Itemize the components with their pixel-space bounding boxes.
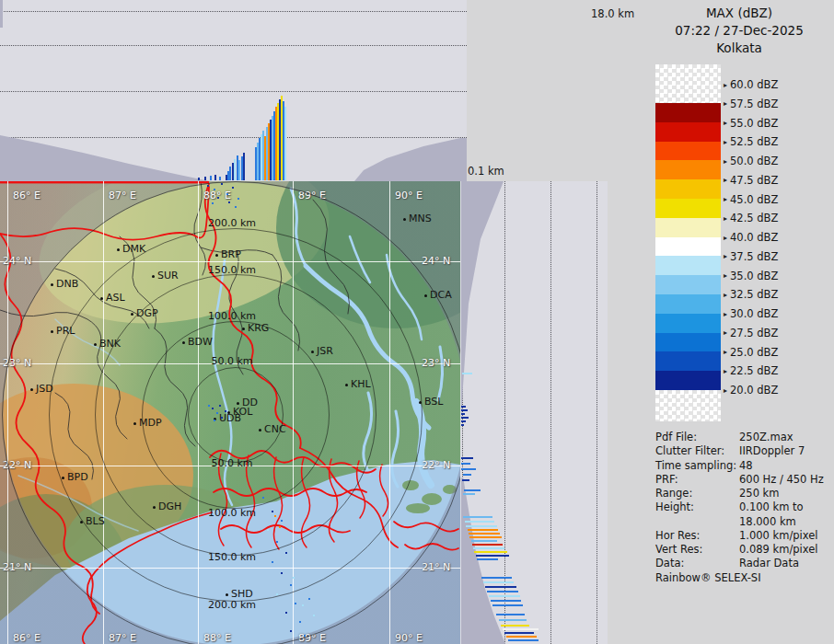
height-min-label: 0.1 km [468,165,504,178]
echo-bar-horizontal [471,540,497,542]
echo-bar-horizontal [463,493,475,495]
echo-speck [214,189,215,190]
city-label: BDW [188,336,213,348]
radar-display-window: 18.0 km 0.1 km [0,0,834,644]
city-label: BRP [221,248,241,260]
info-label: Time sampling: [655,459,736,472]
echo-bar-horizontal [492,604,523,606]
legend-arrow-icon: ▸ [724,195,727,203]
legend-dbz-text: 42.5 dBZ [730,212,778,224]
city-marker [30,388,33,391]
top-cross-section-panel [0,0,467,181]
echo-bar-horizontal [461,417,469,419]
city-marker [215,254,218,257]
info-label: Pdf File: [655,431,697,443]
echo-bar-horizontal [483,581,514,583]
range-ring-label: 50.0 km [204,355,260,367]
lon-label-bottom: 86° E [13,632,41,644]
range-ring-label: 50.0 km [204,457,260,469]
echo-bar-horizontal [461,413,465,415]
echo-bar-horizontal [473,547,504,549]
echo-bar-horizontal [481,577,512,579]
dbz-colorbar [655,64,721,421]
echo-speck [290,630,292,632]
map-overlays: 86° E86° E87° E87° E88° E88° E89° E89° E… [0,181,460,644]
echo-bar-horizontal [487,591,518,592]
echo-speck [262,497,264,499]
radar-map-canvas[interactable]: 86° E86° E87° E87° E88° E88° E89° E89° E… [0,181,460,644]
legend-dbz-label: ▸52.5 dBZ [724,135,778,148]
legend-dbz-text: 50.0 dBZ [730,155,778,167]
legend-arrow-icon: ▸ [724,348,727,356]
range-ring-label: 200.0 km [204,217,260,229]
dbz-labels: ▸60.0 dBZ▸57.5 dBZ▸55.0 dBZ▸52.5 dBZ▸50.… [724,64,834,432]
city-label: BSL [424,396,443,408]
city-marker [424,294,427,297]
legend-dbz-label: ▸20.0 dBZ [724,384,778,397]
city-label: BLS [86,515,105,527]
echo-speck [217,197,219,199]
echo-bar-horizontal [461,420,466,422]
lat-label-left: 21° N [3,561,31,573]
legend-color-band [655,179,721,199]
legend-color-band [655,218,721,237]
legend-arrow-icon: ▸ [724,138,727,146]
legend-dbz-text: 27.5 dBZ [730,327,778,339]
info-value: 0.100 km to [739,500,804,513]
city-marker [153,506,156,509]
legend-color-band [655,314,721,333]
legend-dbz-label: ▸45.0 dBZ [724,193,778,206]
echo-bar-horizontal [499,619,527,621]
range-ring-label: 100.0 km [204,507,260,519]
city-marker [51,283,53,286]
echo-speck [267,529,269,531]
legend-dbz-label: ▸22.5 dBZ [724,364,778,377]
lon-label-bottom: 90° E [395,632,423,644]
legend-dbz-text: 45.0 dBZ [730,193,778,206]
echo-bar-horizontal [463,516,492,518]
legend-dbz-label: ▸40.0 dBZ [724,231,778,244]
legend-dbz-label: ▸60.0 dBZ [724,78,778,91]
legend-color-band [655,237,721,257]
echo-bar-horizontal [468,529,498,531]
echo-speck [237,198,239,200]
city-label: BNK [99,338,121,350]
echo-speck [272,511,273,512]
lat-label-right: 24° N [422,255,450,267]
range-ring-label: 150.0 km [204,264,260,276]
city-label: BPD [67,471,88,483]
echo-speck [212,202,214,204]
legend-dbz-label: ▸35.0 dBZ [724,270,778,282]
lon-label-top: 87° E [109,190,136,201]
echo-speck [232,187,234,189]
legend-dbz-label: ▸30.0 dBZ [724,307,778,320]
info-value: 250 km [739,487,779,500]
legend-arrow-icon: ▸ [724,81,727,89]
city-label: JSR [317,345,333,357]
echo-speck [228,201,230,203]
echo-bar-vertical [284,107,286,180]
city-marker [94,343,97,346]
echo-speck [212,408,214,409]
echo-speck [221,183,223,185]
product-info-block: Rainbow® SELEX-SI Pdf File:250Z.maxClutt… [655,431,834,596]
echo-speck [285,552,287,554]
echo-speck [219,405,221,407]
city-marker [237,402,239,405]
legend-color-band [655,256,721,275]
legend-color-band [655,142,721,161]
city-marker [259,429,261,431]
height-max-label: 18.0 km [591,7,634,20]
legend-color-band [655,351,721,371]
legend-dbz-text: 47.5 dBZ [730,174,778,187]
legend-dbz-label: ▸47.5 dBZ [724,174,778,187]
echo-speck [216,412,218,414]
echo-speck [285,612,287,614]
echo-speck [290,584,292,586]
city-marker [242,328,245,330]
echo-bar-horizontal [491,600,521,602]
echo-bar-horizontal [504,632,534,634]
echo-bar-horizontal [506,636,537,638]
info-value: 48 [739,459,753,472]
legend-dbz-label: ▸55.0 dBZ [724,117,778,130]
